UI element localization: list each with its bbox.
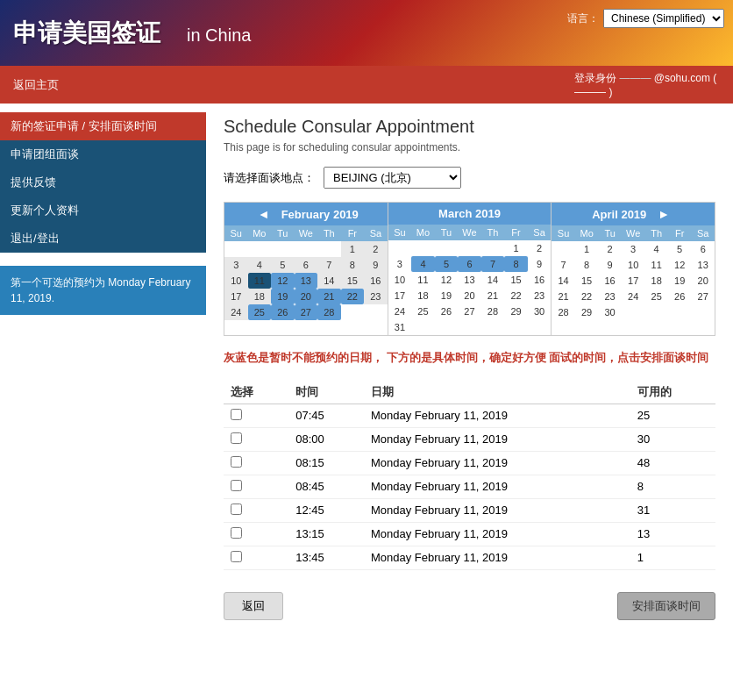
day-cell-30: 30 <box>598 304 622 320</box>
day-cell-11: 11 <box>411 272 435 288</box>
lang-label: 语言： <box>567 11 599 26</box>
day-header-We: We <box>295 225 318 241</box>
day-cell-26[interactable]: 26 <box>271 304 295 320</box>
day-cell-12: 12 <box>668 257 692 273</box>
day-cell-20[interactable]: 20 <box>295 289 318 304</box>
day-cell-1: 1 <box>341 241 365 257</box>
calendar-grid-1: SuMoTuWeThFrSa12345678910111213141516171… <box>388 225 552 335</box>
home-link[interactable]: 返回主页 <box>13 77 574 93</box>
cal-prev-0[interactable]: ◄ <box>253 207 274 221</box>
sidebar-item-feedback[interactable]: 提供反馈 <box>0 168 206 196</box>
location-select[interactable]: BEIJING (北京) GUANGZHOU (广州) SHANGHAI (上海… <box>324 167 461 189</box>
calendar-header-2: April 2019► <box>552 203 715 225</box>
day-cell-empty <box>552 241 575 257</box>
day-cell-28[interactable]: 28 <box>317 304 341 320</box>
sidebar-item-profile[interactable]: 更新个人资料 <box>0 196 206 225</box>
schedule-button[interactable]: 安排面谈时间 <box>617 592 715 620</box>
day-cell-5: 5 <box>271 257 295 273</box>
day-header-Th: Th <box>317 225 341 241</box>
col-time: 时间 <box>288 381 364 404</box>
day-cell-11[interactable]: 11 <box>248 273 272 289</box>
calendar-month-2: April 2019 <box>592 208 646 221</box>
day-cell-13: 13 <box>691 257 715 273</box>
day-cell-26: 26 <box>435 304 459 319</box>
sidebar: 新的签证申请 / 安排面谈时间 申请团组面谈 提供反馈 更新个人资料 退出/登出… <box>0 104 206 646</box>
day-cell-29: 29 <box>575 304 599 320</box>
row-checkbox-1[interactable] <box>231 432 242 444</box>
day-cell-16: 16 <box>364 273 388 289</box>
day-cell-19[interactable]: 19 <box>271 289 295 304</box>
row-checkbox-6[interactable] <box>231 551 242 562</box>
site-subtitle: in China <box>187 25 251 46</box>
row-time-2: 08:15 <box>288 451 364 475</box>
day-cell-12: 12 <box>435 272 459 288</box>
day-cell-7[interactable]: 7 <box>481 256 505 272</box>
user-label: 登录身份 <box>574 72 616 84</box>
day-cell-empty <box>364 304 388 320</box>
user-email: ——— <box>619 72 653 84</box>
sidebar-item-logout[interactable]: 退出/登出 <box>0 225 206 253</box>
day-cell-10: 10 <box>224 273 248 289</box>
page-desc: This page is for scheduling consular app… <box>224 141 715 154</box>
language-select[interactable]: Chinese (Simplified) English <box>603 9 724 28</box>
day-cell-11: 11 <box>644 257 668 273</box>
day-cell-empty <box>411 240 435 256</box>
sidebar-item-new-appointment[interactable]: 新的签证申请 / 安排面谈时间 <box>0 112 206 140</box>
day-header-Mo: Mo <box>248 225 272 241</box>
day-cell-16: 16 <box>528 272 552 288</box>
row-time-0: 07:45 <box>288 404 364 427</box>
day-cell-6[interactable]: 6 <box>458 256 481 272</box>
day-cell-5[interactable]: 5 <box>435 256 459 272</box>
day-cell-8[interactable]: 8 <box>504 256 528 272</box>
day-cell-8: 8 <box>341 257 365 273</box>
day-cell-25[interactable]: 25 <box>248 304 272 320</box>
back-button[interactable]: 返回 <box>224 592 283 620</box>
day-cell-13: 13 <box>458 272 481 288</box>
table-row: 07:45Monday February 11, 201925 <box>224 404 715 427</box>
day-header-Sa: Sa <box>528 225 552 240</box>
table-row: 08:45Monday February 11, 20198 <box>224 475 715 498</box>
row-checkbox-0[interactable] <box>231 409 242 420</box>
day-cell-27[interactable]: 27 <box>295 304 318 320</box>
day-cell-4: 4 <box>248 257 272 273</box>
day-cell-21: 21 <box>552 289 575 304</box>
row-checkbox-3[interactable] <box>231 480 242 491</box>
location-row: 请选择面谈地点： BEIJING (北京) GUANGZHOU (广州) SHA… <box>224 167 715 189</box>
day-header-Sa: Sa <box>364 225 388 241</box>
day-cell-12[interactable]: 12 <box>271 273 295 289</box>
row-checkbox-5[interactable] <box>231 527 242 539</box>
cal-next-2[interactable]: ► <box>653 207 674 221</box>
row-available-6: 1 <box>630 546 715 569</box>
row-checkbox-4[interactable] <box>231 504 242 515</box>
day-cell-7: 7 <box>317 257 341 273</box>
day-header-Tu: Tu <box>271 225 295 241</box>
day-cell-18: 18 <box>248 289 272 304</box>
day-cell-13[interactable]: 13 <box>295 273 318 289</box>
day-cell-3: 3 <box>622 241 645 257</box>
day-cell-empty <box>435 319 459 335</box>
day-cell-25: 25 <box>644 289 668 304</box>
calendar-header-1: March 2019 <box>388 203 552 225</box>
row-checkbox-2[interactable] <box>231 456 242 468</box>
day-cell-28: 28 <box>481 304 505 319</box>
calendar-0: ◄February 2019SuMoTuWeThFrSa123456789101… <box>224 203 388 335</box>
calendar-grid-2: SuMoTuWeThFrSa12345678910111213141516171… <box>552 225 715 320</box>
day-cell-17: 17 <box>388 288 412 304</box>
day-cell-23: 23 <box>364 289 388 304</box>
day-header-Th: Th <box>644 225 668 241</box>
day-header-Tu: Tu <box>598 225 622 241</box>
day-cell-30: 30 <box>528 304 552 319</box>
day-cell-7: 7 <box>552 257 575 273</box>
day-header-Su: Su <box>552 225 575 241</box>
day-cell-29: 29 <box>504 304 528 319</box>
day-cell-21[interactable]: 21 <box>317 289 341 304</box>
day-cell-6: 6 <box>295 257 318 273</box>
sidebar-item-group[interactable]: 申请团组面谈 <box>0 140 206 168</box>
day-cell-31: 31 <box>388 319 412 335</box>
row-date-6: Monday February 11, 2019 <box>364 546 630 569</box>
day-cell-4[interactable]: 4 <box>411 256 435 272</box>
day-cell-22[interactable]: 22 <box>341 289 365 304</box>
day-cell-28: 28 <box>552 304 575 320</box>
row-available-2: 48 <box>630 451 715 475</box>
day-header-Fr: Fr <box>668 225 692 241</box>
